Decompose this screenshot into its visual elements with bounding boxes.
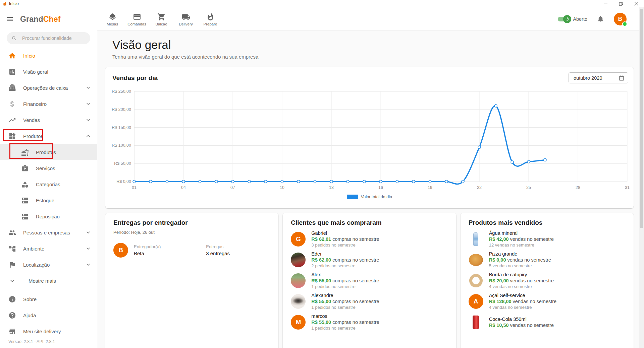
search-icon [11, 36, 17, 41]
water-bottle-image [469, 232, 483, 247]
sidebar-logo-row: GrandChef [0, 7, 97, 31]
cash-register-icon [8, 84, 16, 92]
chevron-up-icon [85, 133, 92, 139]
column-label: Entregas [206, 244, 230, 249]
help-icon [8, 311, 16, 319]
sidebar-item-reposicao[interactable]: Reposição [0, 208, 97, 224]
sales-amount: R$ 42,00 [489, 236, 509, 242]
window-title: Início [9, 1, 19, 6]
info-icon [8, 295, 16, 303]
sidebar-item-mostre-mais[interactable]: Mostre mais [0, 273, 97, 289]
product-row: Pizza grande R$ 0,00 vendas no semestre … [469, 251, 626, 269]
sidebar-item-servicos[interactable]: Serviços [0, 160, 97, 176]
user-avatar[interactable]: B [614, 13, 627, 25]
layers-icon [108, 13, 117, 21]
customer-row: M marcos R$ 55,00 compras no semestre 1 … [291, 313, 448, 332]
avatar-photo [291, 294, 306, 309]
card-icon [133, 13, 141, 21]
open-status-toggle[interactable]: Aberto [558, 16, 587, 22]
sidebar-item-localizacao[interactable]: Localização [0, 257, 97, 273]
customer-name: marcos [311, 313, 379, 319]
menu-icon[interactable] [6, 15, 14, 23]
close-button[interactable] [629, 0, 644, 7]
vertical-scrollbar[interactable] [639, 7, 644, 348]
people-icon [8, 229, 16, 236]
sidebar-item-financeiro[interactable]: Financeiro [0, 96, 97, 112]
customer-row: Alex R$ 55,00 compras no semestre 1 pedi… [291, 271, 448, 290]
sidebar-item-visao-geral[interactable]: Visão geral [0, 64, 97, 80]
delivery-row: B Entregador(a) Beta Entregas 3 entregas [113, 243, 270, 258]
svg-text:R$ 150,00: R$ 150,00 [112, 125, 131, 130]
flag-icon [8, 261, 16, 269]
sales-count: 12 vendas no semestre [489, 242, 554, 248]
orders-count: 2 pedidos no semestre [311, 263, 379, 269]
sidebar-nav: Início Visão geral Operações de caixa Fi… [0, 48, 97, 291]
sales-line-chart: R$ 0,00R$ 50,00R$ 100,00R$ 150,00R$ 200,… [105, 86, 633, 193]
storage-icon [21, 213, 29, 220]
sidebar-item-inicio[interactable]: Início [0, 48, 97, 64]
briefcase-play-icon [21, 164, 29, 172]
avatar-photo [291, 253, 306, 267]
sales-count: 4 vendas no semestre [489, 305, 557, 310]
window-titlebar: Início [0, 0, 644, 7]
bar-chart-icon [8, 68, 16, 76]
sidebar-item-ambiente[interactable]: Ambiente [0, 240, 97, 257]
sales-chart-card: Vendas por dia outubro 2020 R$ 0,00R$ 50… [105, 67, 634, 208]
minimize-button[interactable] [598, 0, 613, 7]
card-title: Clientes que mais compraram [291, 219, 448, 226]
sales-amount: R$ 20,00 [489, 278, 509, 283]
notifications-bell-icon[interactable] [597, 15, 604, 23]
month-picker[interactable]: outubro 2020 [569, 72, 628, 83]
sidebar-item-estoque[interactable]: Estoque [0, 192, 97, 208]
card-title: Entregas por entregador [113, 219, 270, 226]
truck-icon [182, 13, 190, 21]
page-subtitle: Tenha uma visão geral do que está aconte… [112, 54, 634, 60]
sidebar-item-vendas[interactable]: Vendas [0, 112, 97, 128]
sales-count: 5 vendas no semestre [489, 263, 551, 269]
sidebar-footer: Sobre Ajuda Meu site delivery Versão: 2.… [0, 291, 97, 348]
quick-toolbar: Mesas Comandas Balcão Delivery Preparo [101, 12, 221, 26]
toolbar-comandas-button[interactable]: Comandas [126, 12, 148, 26]
sidebar-item-ajuda[interactable]: Ajuda [0, 307, 97, 323]
trending-up-icon [8, 116, 16, 124]
restore-button[interactable] [613, 0, 629, 7]
search-input[interactable] [22, 36, 86, 41]
toolbar-balcao-button[interactable]: Balcão [150, 12, 172, 26]
legend-swatch [347, 195, 358, 199]
app-logo: GrandChef [20, 15, 61, 24]
avatar: M [291, 315, 306, 330]
toolbar-delivery-button[interactable]: Delivery [175, 12, 197, 26]
sidebar-item-operacoes-caixa[interactable]: Operações de caixa [0, 80, 97, 96]
top-customers-card: Clientes que mais compraram G Gabriel R$… [283, 213, 456, 348]
deliverer-name: Beta [134, 251, 161, 256]
storefront-icon [8, 328, 16, 335]
summary-cards-row: Entregas por entregador Período: Hoje, 2… [105, 213, 634, 348]
sidebar: GrandChef Início Visão geral Operações d… [0, 7, 97, 348]
header-right: Aberto B [558, 13, 636, 25]
scrollbar-thumb[interactable] [640, 9, 643, 228]
toolbar-preparo-button[interactable]: Preparo [199, 12, 221, 26]
sales-count: 4 vendas no semestre [489, 284, 554, 290]
sales-amount: R$ 128,00 [489, 299, 512, 304]
sidebar-item-pessoas[interactable]: Pessoas e empresas [0, 224, 97, 240]
customer-name: Alexandre [311, 292, 379, 298]
product-row: Água mineral R$ 42,00 vendas no semestre… [469, 230, 626, 249]
app-flame-icon [3, 2, 7, 6]
sidebar-item-produtos-sub[interactable]: Produtos [0, 144, 97, 160]
column-label: Entregador(a) [134, 244, 161, 249]
toolbar-mesas-button[interactable]: Mesas [101, 12, 123, 26]
sidebar-item-meu-site-delivery[interactable]: Meu site delivery [0, 323, 97, 339]
page-content: Visão geral Tenha uma visão geral do que… [97, 31, 644, 348]
chevron-down-icon [85, 229, 92, 236]
period-label: Período: Hoje, 26 out [113, 230, 270, 235]
legend-label: Valor total do dia [361, 195, 392, 199]
sidebar-item-produtos[interactable]: Produtos [0, 128, 97, 144]
customer-row: G Gabriel R$ 62,01 compras no semestre 3… [291, 230, 448, 249]
month-picker-value: outubro 2020 [574, 75, 602, 81]
soda-can-image [469, 315, 483, 330]
orders-count: 1 pedidos no semestre [311, 305, 379, 310]
sidebar-item-sobre[interactable]: Sobre [0, 291, 97, 307]
product-name: Açai Self-service [489, 292, 557, 298]
sidebar-item-categorias[interactable]: Categorias [0, 176, 97, 192]
product-row: Borda de catupiry R$ 20,00 vendas no sem… [469, 271, 626, 290]
